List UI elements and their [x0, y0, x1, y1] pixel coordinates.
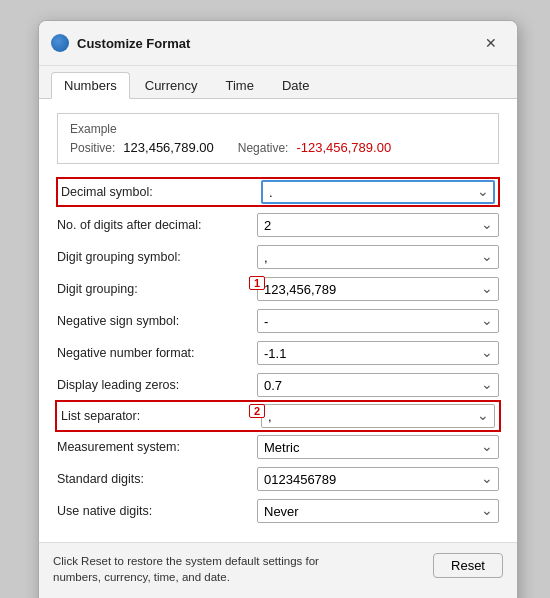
- dropdown-standard-digits[interactable]: 0123456789: [257, 467, 499, 491]
- dropdown-decimal-symbol[interactable]: . ,: [261, 180, 495, 204]
- tab-bar: Numbers Currency Time Date: [39, 66, 517, 99]
- label-native-digits: Use native digits:: [57, 504, 257, 518]
- ctrl-digit-grouping-symbol: , .: [257, 245, 499, 269]
- row-native-digits: Use native digits: Never Always: [57, 496, 499, 526]
- row-digits-after-decimal: No. of digits after decimal: 2 013: [57, 210, 499, 240]
- row-digit-grouping: Digit grouping: 123,456,789 12,34,56,789…: [57, 274, 499, 304]
- close-button[interactable]: ✕: [477, 29, 505, 57]
- dialog-titlebar: Customize Format ✕: [39, 21, 517, 66]
- dialog-footer: Click Reset to restore the system defaul…: [39, 542, 517, 598]
- row-standard-digits: Standard digits: 0123456789: [57, 464, 499, 494]
- reset-button[interactable]: Reset: [433, 553, 503, 578]
- callout-2: 2: [249, 404, 265, 418]
- row-digit-grouping-symbol: Digit grouping symbol: , .: [57, 242, 499, 272]
- dropdown-digits-after-decimal[interactable]: 2 013: [257, 213, 499, 237]
- dropdown-digit-grouping[interactable]: 123,456,789 12,34,56,789: [257, 277, 499, 301]
- label-measurement: Measurement system:: [57, 440, 257, 454]
- ctrl-native-digits: Never Always: [257, 499, 499, 523]
- dropdown-leading-zeros[interactable]: 0.7 .7: [257, 373, 499, 397]
- ctrl-standard-digits: 0123456789: [257, 467, 499, 491]
- ctrl-leading-zeros: 0.7 .7: [257, 373, 499, 397]
- ctrl-negative-format: -1.1 (1.1): [257, 341, 499, 365]
- settings-list: Decimal symbol: . , No. of digits after …: [57, 178, 499, 526]
- label-digit-grouping-symbol: Digit grouping symbol:: [57, 250, 257, 264]
- ctrl-list-separator: , ;: [261, 404, 495, 428]
- callout-1: 1: [249, 276, 265, 290]
- ctrl-negative-sign: -: [257, 309, 499, 333]
- row-negative-sign: Negative sign symbol: -: [57, 306, 499, 336]
- label-digits-after-decimal: No. of digits after decimal:: [57, 218, 257, 232]
- row-negative-format: Negative number format: -1.1 (1.1): [57, 338, 499, 368]
- dialog-body: Example Positive: 123,456,789.00 Negativ…: [39, 99, 517, 542]
- label-negative-format: Negative number format:: [57, 346, 257, 360]
- negative-value: -123,456,789.00: [296, 140, 391, 155]
- footer-row: Click Reset to restore the system defaul…: [53, 553, 503, 593]
- row-list-separator: List separator: , ; 2: [57, 402, 499, 430]
- negative-label: Negative:: [238, 141, 289, 155]
- negative-example: Negative: -123,456,789.00: [238, 140, 391, 155]
- ctrl-digit-grouping: 123,456,789 12,34,56,789: [257, 277, 499, 301]
- row-measurement: Measurement system: Metric U.S.: [57, 432, 499, 462]
- dropdown-digit-grouping-symbol[interactable]: , .: [257, 245, 499, 269]
- positive-value: 123,456,789.00: [123, 140, 213, 155]
- example-label: Example: [70, 122, 486, 136]
- ctrl-measurement: Metric U.S.: [257, 435, 499, 459]
- example-box: Example Positive: 123,456,789.00 Negativ…: [57, 113, 499, 164]
- label-negative-sign: Negative sign symbol:: [57, 314, 257, 328]
- tab-currency[interactable]: Currency: [132, 72, 211, 98]
- dialog-title: Customize Format: [77, 36, 477, 51]
- dialog-icon: [51, 34, 69, 52]
- ctrl-digits-after-decimal: 2 013: [257, 213, 499, 237]
- label-digit-grouping: Digit grouping:: [57, 282, 257, 296]
- dropdown-negative-format[interactable]: -1.1 (1.1): [257, 341, 499, 365]
- positive-label: Positive:: [70, 141, 115, 155]
- dropdown-list-separator[interactable]: , ;: [261, 404, 495, 428]
- row-decimal-symbol: Decimal symbol: . ,: [57, 178, 499, 206]
- positive-example: Positive: 123,456,789.00: [70, 140, 214, 155]
- footer-note: Click Reset to restore the system defaul…: [53, 553, 353, 585]
- label-list-separator: List separator:: [61, 409, 261, 423]
- label-decimal-symbol: Decimal symbol:: [61, 185, 261, 199]
- label-standard-digits: Standard digits:: [57, 472, 257, 486]
- row-leading-zeros: Display leading zeros: 0.7 .7: [57, 370, 499, 400]
- ctrl-decimal-symbol: . ,: [261, 180, 495, 204]
- tab-date[interactable]: Date: [269, 72, 322, 98]
- dropdown-native-digits[interactable]: Never Always: [257, 499, 499, 523]
- dropdown-negative-sign[interactable]: -: [257, 309, 499, 333]
- label-leading-zeros: Display leading zeros:: [57, 378, 257, 392]
- tab-numbers[interactable]: Numbers: [51, 72, 130, 99]
- customize-format-dialog: Customize Format ✕ Numbers Currency Time…: [38, 20, 518, 598]
- tab-time[interactable]: Time: [213, 72, 267, 98]
- example-row: Positive: 123,456,789.00 Negative: -123,…: [70, 140, 486, 155]
- dropdown-measurement[interactable]: Metric U.S.: [257, 435, 499, 459]
